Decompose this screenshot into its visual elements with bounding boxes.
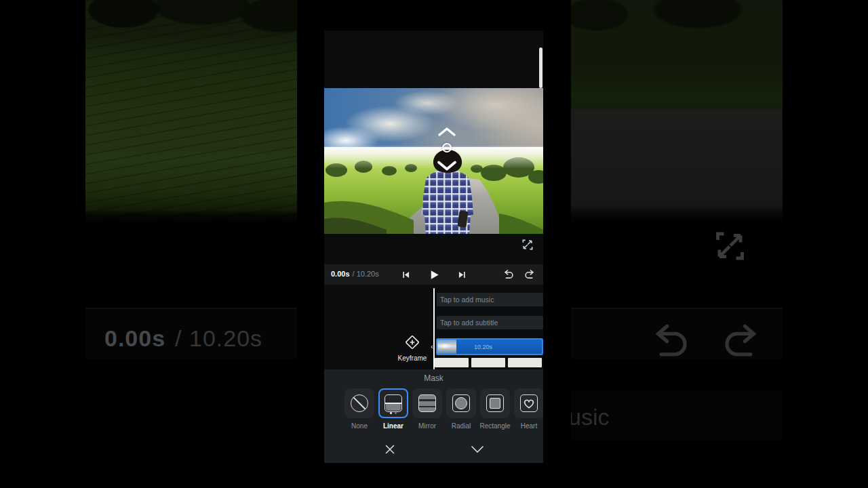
skip-next-button[interactable] (455, 268, 469, 281)
mask-panel-title: Mask (324, 373, 543, 383)
mask-handle-down-icon[interactable] (437, 160, 457, 171)
linear-mask-icon (384, 394, 402, 412)
mask-panel: Mask None Linear Mirror (324, 369, 543, 463)
mask-option-radial[interactable]: Radial (446, 388, 476, 430)
expand-icon (711, 228, 749, 264)
keyframe-diamond-icon (405, 335, 420, 350)
skip-previous-button[interactable] (399, 268, 412, 281)
add-subtitle-label: Tap to add subtitle (440, 319, 498, 327)
add-music-row[interactable]: Tap to add music (437, 293, 543, 306)
editor-phone-column: 0.00s/ 10.20s Tap to add music (324, 30, 543, 463)
mask-divider-line[interactable] (324, 147, 543, 148)
background-blur-right: usic (571, 0, 783, 488)
fullscreen-button[interactable] (521, 238, 534, 251)
mask-option-linear[interactable]: Linear (378, 388, 408, 430)
background-partial-text: usic (571, 404, 609, 430)
mask-option-label: Rectangle (479, 422, 510, 430)
undo-icon (646, 323, 690, 361)
play-button[interactable] (427, 268, 441, 281)
mask-handle-up-icon[interactable] (437, 126, 456, 137)
rectangle-mask-icon (486, 394, 504, 412)
mask-option-mirror[interactable]: Mirror (412, 388, 442, 430)
mask-option-rectangle[interactable]: Rectangle (480, 388, 510, 430)
add-subtitle-row[interactable]: Tap to add subtitle (437, 316, 543, 329)
filmstrip-track[interactable] (435, 358, 543, 367)
selected-video-clip[interactable]: 10.20s (436, 338, 543, 355)
transport-bar: 0.00s/ 10.20s (324, 264, 543, 285)
mask-option-heart[interactable]: Heart (514, 388, 543, 430)
confirm-button[interactable] (469, 441, 486, 458)
cancel-button[interactable] (381, 441, 399, 458)
video-frame (324, 148, 543, 234)
check-icon (471, 445, 484, 454)
none-mask-icon (351, 394, 368, 412)
heart-mask-icon (520, 394, 538, 412)
time-display: 0.00s/ 10.20s (331, 270, 379, 278)
mirror-mask-icon (418, 394, 436, 412)
clip-duration: 10.20s (474, 344, 492, 350)
masked-sky-region (324, 88, 543, 148)
redo-button[interactable] (524, 268, 537, 281)
clip-trim-handle-left[interactable]: ‹ (427, 338, 437, 355)
background-blur-left: 0.00s/ 10.20s (85, 0, 297, 488)
keyframe-button[interactable]: Keyframe (392, 335, 433, 362)
page-indicator-dots (380, 412, 407, 414)
playhead[interactable] (433, 288, 435, 369)
filmstrip-frame (471, 358, 505, 367)
mask-option-label: Heart (521, 422, 537, 430)
mask-option-label: None (351, 422, 368, 430)
time-total: / 10.20s (353, 270, 379, 278)
mask-option-label: Linear (383, 422, 403, 430)
video-preview[interactable] (324, 88, 543, 234)
timeline: Tap to add music Tap to add subtitle Key… (324, 285, 543, 369)
mask-handle-center[interactable] (442, 143, 452, 152)
background-time-total: / 10.20s (175, 325, 262, 351)
scrollbar[interactable] (539, 47, 542, 88)
mask-option-none[interactable]: None (344, 388, 374, 430)
background-time-current: 0.00s (104, 325, 165, 351)
filmstrip-frame (435, 358, 469, 367)
add-music-label: Tap to add music (440, 296, 494, 304)
mask-option-label: Mirror (418, 422, 436, 430)
time-current: 0.00s (331, 270, 350, 278)
clip-thumbnail (437, 340, 456, 354)
mask-options-row: None Linear Mirror Radial (344, 388, 543, 430)
video-editor-screen: 0.00s/ 10.20s usic (0, 0, 868, 488)
close-icon (384, 444, 395, 455)
filmstrip-frame (508, 358, 542, 367)
undo-button[interactable] (501, 268, 515, 281)
redo-icon (722, 323, 766, 361)
background-time-text: 0.00s/ 10.20s (104, 325, 262, 352)
radial-mask-icon (452, 394, 470, 412)
keyframe-label: Keyframe (392, 354, 433, 362)
mask-option-label: Radial (452, 422, 471, 430)
